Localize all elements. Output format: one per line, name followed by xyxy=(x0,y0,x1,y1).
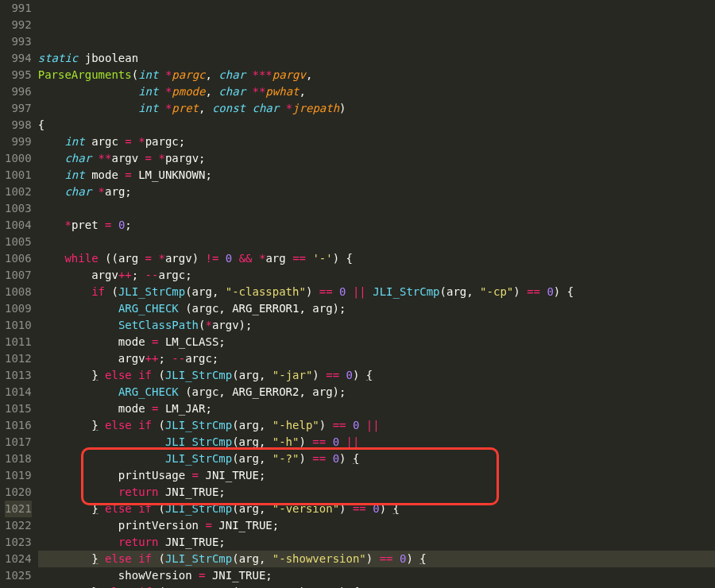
code-token: ; xyxy=(132,269,145,281)
line-number: 1022 xyxy=(5,517,32,534)
code-token: (arg, xyxy=(232,502,272,515)
code-token: char xyxy=(253,102,280,114)
code-token: printVersion xyxy=(38,519,206,532)
code-token: (arg, xyxy=(232,435,272,448)
code-token: pargc; xyxy=(145,135,186,148)
line-number: 999 xyxy=(5,133,32,150)
code-token xyxy=(38,385,118,398)
code-token: || xyxy=(353,285,366,298)
code-line: { xyxy=(38,117,715,133)
code-line: int *pret, const char *jrepath) xyxy=(38,100,715,117)
code-token: ) xyxy=(380,502,393,515)
code-token xyxy=(38,302,118,315)
code-token xyxy=(346,419,353,431)
code-editor: 9919929939949959969979989991000100110021… xyxy=(0,0,715,588)
code-token: pmode xyxy=(172,85,205,98)
code-token: 0 xyxy=(333,435,339,448)
code-line: int mode = LM_UNKNOWN; xyxy=(38,167,715,184)
code-token xyxy=(38,168,65,181)
code-token: ) xyxy=(406,552,419,565)
code-token: argv xyxy=(38,269,118,281)
code-line: SetClassPath(*argv); xyxy=(38,317,715,334)
code-token: char xyxy=(218,85,245,98)
code-token: "-classpath" xyxy=(226,285,306,298)
code-token: = xyxy=(205,519,211,532)
code-token: ) xyxy=(299,435,312,448)
code-token xyxy=(132,369,138,381)
code-token xyxy=(359,419,365,431)
code-token xyxy=(326,435,332,448)
line-number: 1018 xyxy=(5,451,32,467)
code-token xyxy=(279,102,285,114)
code-token: argc; xyxy=(185,352,218,365)
line-number: 993 xyxy=(5,33,32,50)
code-token: || xyxy=(346,435,360,448)
code-token: , xyxy=(300,85,306,98)
code-line: *pret = 0; xyxy=(38,217,715,234)
code-token xyxy=(158,68,164,81)
code-token: printUsage xyxy=(38,469,192,482)
code-token xyxy=(326,452,332,465)
code-token: { xyxy=(366,369,373,381)
code-token: ) xyxy=(339,452,353,465)
code-token: , xyxy=(306,68,312,81)
code-line: char **argv = *pargv; xyxy=(38,150,715,167)
code-token: "-showversion" xyxy=(272,552,366,565)
code-token: == xyxy=(380,552,393,565)
code-token: LM_JAR; xyxy=(158,402,211,415)
code-token: (arg, xyxy=(232,369,272,381)
code-token xyxy=(132,419,138,431)
code-line: printUsage = JNI_TRUE; xyxy=(38,467,715,484)
line-number: 1012 xyxy=(5,350,32,367)
code-token xyxy=(132,135,138,148)
code-line: showVersion = JNI_TRUE; xyxy=(38,567,715,584)
line-number: 1008 xyxy=(5,284,32,300)
code-token: ) xyxy=(319,419,333,431)
code-line: } else if (JLI_StrCmp(arg, "-help") == 0… xyxy=(38,417,715,434)
code-token: int xyxy=(138,102,158,114)
code-line: while ((arg = *argv) != 0 && *arg == '-'… xyxy=(38,250,715,267)
code-token: , xyxy=(205,85,218,98)
line-number: 1004 xyxy=(5,217,32,234)
code-token: mode xyxy=(85,168,126,181)
code-token: char xyxy=(64,185,91,198)
code-area[interactable]: static jbooleanParseArguments(int *pargc… xyxy=(38,0,715,588)
code-token: ; xyxy=(158,352,172,365)
line-number: 1013 xyxy=(5,367,32,384)
code-token xyxy=(366,502,373,515)
code-token xyxy=(111,219,118,231)
line-number: 994 xyxy=(5,50,32,67)
code-token xyxy=(38,185,65,198)
line-number: 998 xyxy=(5,117,32,133)
code-token: if xyxy=(138,552,152,565)
code-token: , xyxy=(199,102,212,114)
code-token: ( xyxy=(152,552,165,565)
line-number: 1023 xyxy=(5,534,32,551)
line-number: 1000 xyxy=(5,150,32,167)
line-number: 1019 xyxy=(5,467,32,484)
line-number: 1014 xyxy=(5,384,32,400)
line-number: 996 xyxy=(5,83,32,100)
code-token xyxy=(132,552,138,565)
code-token: * xyxy=(205,319,211,331)
code-token: int xyxy=(138,68,158,81)
code-token: const xyxy=(212,102,245,114)
line-number: 1001 xyxy=(5,167,32,184)
code-line xyxy=(38,200,715,217)
code-token: } xyxy=(91,552,98,565)
code-token: = xyxy=(125,168,131,181)
line-number: 997 xyxy=(5,100,32,117)
code-token xyxy=(245,68,252,81)
code-token: return xyxy=(118,485,159,498)
code-token: arg xyxy=(265,252,292,265)
code-token: * xyxy=(158,252,164,265)
code-token xyxy=(245,102,252,114)
code-line: char *arg; xyxy=(38,184,715,200)
code-line: argv++; --argc; xyxy=(38,350,715,367)
code-token: 0 xyxy=(339,285,346,298)
code-token xyxy=(38,435,165,448)
line-number: 1009 xyxy=(5,300,32,317)
code-token xyxy=(38,319,118,331)
code-token: JNI_TRUE; xyxy=(158,485,225,498)
code-token: ) xyxy=(312,369,326,381)
